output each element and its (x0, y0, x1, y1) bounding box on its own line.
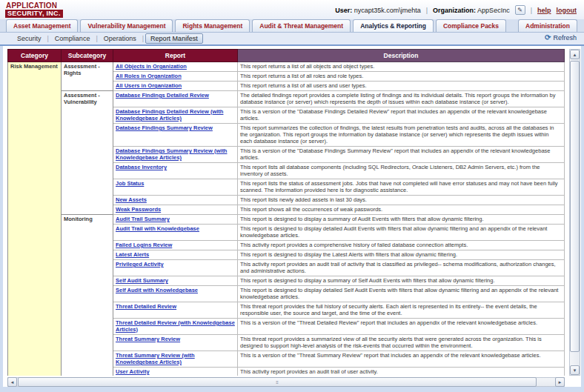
scroll-down-arrow-icon[interactable]: ▼ (570, 365, 580, 375)
subcategory-cell: Assessment - Vulnerability (62, 91, 113, 215)
report-link[interactable]: Job Status (116, 180, 144, 187)
table-header-row: CategorySubcategoryReportDescription (8, 50, 565, 62)
column-header-subcategory: Subcategory (62, 50, 113, 62)
logo-line2: SECURITY, INC. (5, 10, 63, 18)
logout-link[interactable]: logout (557, 7, 577, 14)
report-cell: Job Status (113, 179, 238, 196)
description-cell: This activity report provides a comprehe… (238, 241, 565, 250)
subtab-operations[interactable]: Operations (99, 34, 141, 43)
report-link[interactable]: Weak Passwords (116, 206, 161, 213)
report-link[interactable]: Latest Alerts (116, 251, 149, 258)
help-link[interactable]: help (537, 7, 551, 14)
horizontal-scrollbar[interactable]: ◄ ≡ ► (7, 377, 565, 387)
subtab-separator: | (142, 35, 144, 42)
description-cell: This report returns a list of all object… (238, 62, 565, 72)
report-link[interactable]: Database Findings Summary Review (with K… (116, 147, 227, 161)
scroll-right-arrow-icon[interactable]: ► (555, 377, 565, 387)
edit-organization-icon[interactable]: ✎ (515, 5, 525, 15)
report-link[interactable]: Self Audit Summary (116, 277, 168, 284)
report-cell: Database Findings Summary Review (with K… (113, 147, 238, 163)
report-link[interactable]: New Assets (116, 196, 147, 203)
scroll-left-arrow-icon[interactable]: ◄ (7, 377, 17, 387)
tab-administration[interactable]: Administration (518, 19, 577, 32)
description-cell: This report summarizes the collection of… (238, 124, 565, 147)
refresh-button[interactable]: ⟳ Refresh (545, 34, 577, 41)
subtab-separator: | (47, 35, 49, 42)
report-link[interactable]: Self Audit with Knowledgebase (116, 287, 198, 293)
tab-asset-management[interactable]: Asset Management (6, 19, 78, 32)
report-cell: Threat Summary Review (113, 335, 238, 351)
report-cell: User Activity (113, 368, 238, 376)
description-cell: This report is designed to display a sum… (238, 215, 565, 225)
tab-analytics-reporting[interactable]: Analytics & Reporting (353, 19, 434, 32)
report-link[interactable]: User Activity (116, 368, 150, 375)
description-cell: This report is designed to display detai… (238, 225, 565, 241)
subcategory-cell: Monitoring (62, 215, 113, 376)
report-link[interactable]: Audit Trail with Knowledgebase (116, 225, 199, 232)
table-row: Assessment - VulnerabilityDatabase Findi… (8, 91, 565, 107)
refresh-label: Refresh (553, 34, 577, 41)
description-cell: This report lists the status of assessme… (238, 179, 565, 196)
tab-vulnerability-management[interactable]: Vulnerability Management (80, 19, 173, 32)
description-cell: This report is designed to display a sum… (238, 276, 565, 286)
description-cell: This activity report provides an audit t… (238, 260, 565, 276)
report-link[interactable]: Database Findings Summary Review (116, 124, 213, 131)
report-link[interactable]: Privileged Activity (116, 261, 164, 268)
report-link[interactable]: Threat Detailed Review (with Knowledgeba… (116, 319, 235, 333)
report-link[interactable]: Threat Summary Review (with Knowledgebas… (116, 352, 195, 365)
scroll-up-arrow-icon[interactable]: ▲ (570, 50, 580, 59)
tab-rights-management[interactable]: Rights Management (175, 19, 250, 32)
subtab-report-manifest[interactable]: Report Manifest (145, 33, 203, 44)
tab-audit-threat-management[interactable]: Audit & Threat Management (252, 19, 351, 32)
report-cell: Database Findings Detailed Review (113, 91, 238, 107)
report-cell: Threat Summary Review (with Knowledgebas… (113, 351, 238, 368)
subtab-separator: | (96, 35, 97, 42)
table-row: MonitoringAudit Trail SummaryThis report… (8, 215, 565, 225)
organization-label: Organization: (433, 7, 476, 14)
description-cell: This is a version of the "Database Findi… (238, 147, 565, 163)
vertical-scrollbar[interactable]: ▲ ▼ (569, 49, 580, 376)
report-link[interactable]: Database Findings Detailed Review (with … (116, 108, 223, 122)
table-row: Risk ManagementAssessment - RightsAll Ob… (8, 62, 565, 72)
user-value: nycapt35k.com\jmehta (354, 7, 421, 14)
top-bar: APPLICATION SECURITY, INC. User: nycapt3… (0, 0, 584, 19)
report-link[interactable]: Threat Detailed Review (116, 303, 176, 310)
content-panel: CategorySubcategoryReportDescription Ris… (3, 46, 581, 387)
report-link[interactable]: Database Findings Detailed Review (116, 92, 209, 99)
report-link[interactable]: Database Inventory (116, 164, 167, 170)
organization-value: AppSecInc (477, 7, 510, 14)
company-logo: APPLICATION SECURITY, INC. (5, 1, 63, 18)
report-link[interactable]: Audit Trail Summary (116, 216, 170, 222)
sub-tabs: Security|Compliance|Operations|Report Ma… (12, 33, 204, 44)
column-header-description: Description (238, 50, 565, 62)
description-cell: This report is designed to display detai… (238, 286, 565, 302)
subtab-security[interactable]: Security (13, 34, 46, 43)
tab-compliance-packs[interactable]: Compliance Packs (436, 19, 506, 32)
user-label: User: (335, 7, 352, 14)
report-cell: Database Findings Detailed Review (with … (113, 107, 238, 124)
horizontal-scrollbar-thumb[interactable]: ≡ (18, 377, 537, 387)
description-cell: This activity report provides an audit t… (238, 368, 565, 376)
report-cell: Latest Alerts (113, 250, 238, 260)
app-window: APPLICATION SECURITY, INC. User: nycapt3… (0, 0, 584, 392)
description-cell: This is a version of the "Threat Summary… (238, 351, 565, 368)
description-cell: This report shows all the occurrences of… (238, 205, 565, 215)
main-tab-bar: Asset ManagementVulnerability Management… (0, 19, 584, 33)
report-cell: All Objects in Organization (113, 62, 238, 72)
vertical-scrollbar-thumb[interactable] (570, 61, 580, 352)
report-manifest-table-wrap: CategorySubcategoryReportDescription Ris… (7, 49, 565, 376)
report-link[interactable]: Threat Summary Review (116, 336, 180, 342)
report-link[interactable]: All Objects in Organization (116, 63, 187, 70)
description-cell: This is a version of the "Threat Detaile… (238, 319, 565, 335)
column-header-category: Category (8, 50, 62, 62)
report-link[interactable]: All Users in Organization (116, 82, 182, 89)
report-cell: All Users in Organization (113, 82, 238, 91)
logo-line1: APPLICATION (5, 1, 59, 10)
report-link[interactable]: All Roles in Organization (116, 73, 182, 79)
table-header: CategorySubcategoryReportDescription (8, 50, 565, 62)
report-link[interactable]: Failed Logins Review (116, 242, 172, 248)
subtab-compliance[interactable]: Compliance (50, 34, 95, 43)
sub-tab-bar: Security|Compliance|Operations|Report Ma… (0, 33, 584, 46)
report-cell: All Roles in Organization (113, 72, 238, 82)
report-cell: Weak Passwords (113, 205, 238, 215)
